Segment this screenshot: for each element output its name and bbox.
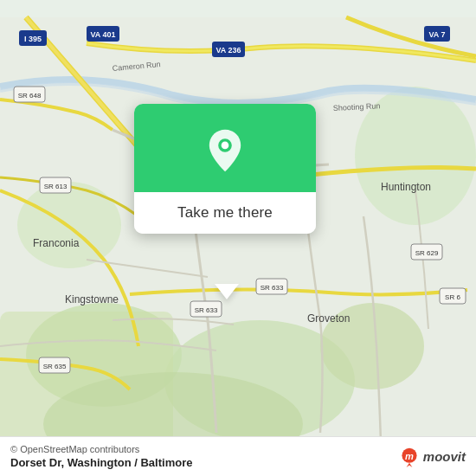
svg-point-37 — [222, 142, 229, 150]
location-title: Dorset Dr, Washington / Baltimore — [10, 456, 192, 469]
svg-text:SR 648: SR 648 — [18, 92, 42, 100]
svg-text:Kingstowne: Kingstowne — [65, 293, 119, 306]
svg-text:SR 613: SR 613 — [44, 183, 68, 190]
svg-text:VA 401: VA 401 — [90, 30, 115, 39]
svg-text:I 395: I 395 — [24, 35, 42, 43]
popup-icon-area — [134, 104, 316, 192]
svg-text:SR 633: SR 633 — [195, 306, 218, 314]
svg-text:VA 236: VA 236 — [215, 46, 241, 55]
take-me-there-button[interactable]: Take me there — [134, 192, 316, 234]
moovit-logo[interactable]: m moovit — [399, 447, 466, 467]
svg-text:m: m — [405, 450, 414, 460]
location-pin-icon — [203, 128, 248, 173]
moovit-icon: m — [399, 447, 420, 467]
moovit-text: moovit — [423, 449, 466, 464]
svg-text:SR 633: SR 633 — [261, 284, 284, 292]
popup-card: Take me there — [134, 104, 316, 234]
svg-text:Huntington: Huntington — [381, 181, 431, 193]
svg-text:Groveton: Groveton — [307, 312, 350, 325]
bottom-left: © OpenStreetMap contributors Dorset Dr, … — [10, 444, 192, 469]
svg-text:SR 6: SR 6 — [445, 293, 460, 301]
svg-text:SR 635: SR 635 — [43, 363, 67, 370]
popup-pointer — [215, 284, 239, 299]
svg-text:VA 7: VA 7 — [428, 30, 445, 39]
map-background: I 395 VA 401 VA 236 VA 7 SR 648 SR 613 S… — [0, 0, 476, 476]
map-container: I 395 VA 401 VA 236 VA 7 SR 648 SR 613 S… — [0, 0, 476, 476]
svg-text:Franconia: Franconia — [33, 237, 80, 249]
svg-text:SR 629: SR 629 — [415, 249, 439, 257]
bottom-bar: © OpenStreetMap contributors Dorset Dr, … — [0, 436, 476, 476]
attribution-text: © OpenStreetMap contributors — [10, 444, 192, 454]
